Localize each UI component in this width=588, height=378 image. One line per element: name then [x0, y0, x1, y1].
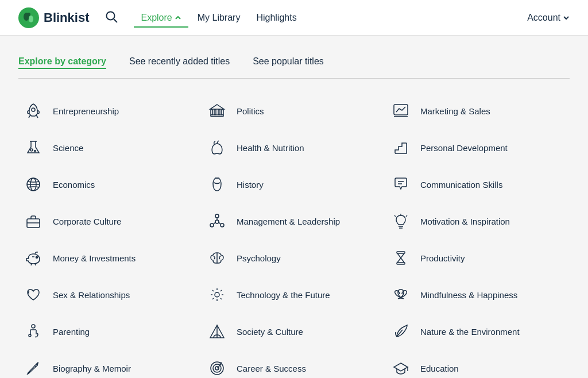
- svg-point-44: [215, 292, 219, 297]
- nav-highlights[interactable]: Highlights: [249, 8, 303, 28]
- search-icon: [105, 10, 118, 23]
- category-label: Economics: [53, 180, 95, 190]
- category-item-personal-development[interactable]: Personal Development: [386, 129, 570, 166]
- category-item-career---success[interactable]: Career & Success: [202, 350, 386, 378]
- globe-icon: [23, 174, 44, 195]
- category-label: Education: [420, 364, 459, 373]
- explore-chevron-icon: [175, 14, 181, 21]
- svg-point-27: [210, 223, 214, 227]
- category-item-marketing---sales[interactable]: Marketing & Sales: [386, 92, 570, 129]
- category-item-health---nutrition[interactable]: Health & Nutrition: [202, 129, 386, 166]
- svg-rect-42: [397, 252, 405, 253]
- svg-rect-11: [222, 110, 223, 115]
- category-item-communication-skills[interactable]: Communication Skills: [386, 166, 570, 203]
- category-item-technology---the-future[interactable]: Technology & the Future: [202, 276, 386, 313]
- rocket-icon: [23, 101, 44, 121]
- category-item-politics[interactable]: Politics: [202, 92, 386, 129]
- category-label: Productivity: [420, 253, 465, 263]
- tab-divider: [18, 78, 570, 79]
- vase-icon: [207, 174, 227, 195]
- tab-recently-added[interactable]: See recently added titles: [129, 54, 230, 69]
- svg-line-40: [35, 264, 36, 265]
- svg-line-36: [394, 215, 396, 217]
- category-item-economics[interactable]: Economics: [18, 166, 202, 203]
- category-label: Science: [53, 143, 83, 153]
- svg-point-28: [220, 223, 224, 227]
- brain-icon: [207, 248, 227, 268]
- header-right: Account: [527, 13, 570, 23]
- category-item-corporate-culture[interactable]: Corporate Culture: [18, 203, 202, 240]
- network-icon: [207, 211, 227, 232]
- logo-text: Blinkist: [44, 10, 89, 25]
- category-label: Communication Skills: [420, 180, 502, 190]
- category-item-education[interactable]: Education: [386, 350, 570, 378]
- svg-point-2: [29, 16, 33, 22]
- briefcase-icon: [23, 211, 44, 232]
- blinkist-logo-icon: [18, 7, 39, 28]
- hourglass-icon: [390, 248, 411, 268]
- category-label: Biography & Memoir: [53, 364, 131, 373]
- category-label: Psychology: [237, 253, 281, 263]
- category-item-biography---memoir[interactable]: Biography & Memoir: [18, 350, 202, 378]
- header: Blinkist Explore My Library Highlights A…: [0, 0, 588, 36]
- category-label: Nature & the Environment: [420, 327, 520, 337]
- category-item-sex---relationships[interactable]: Sex & Relationships: [18, 276, 202, 313]
- category-item-nature---the-environment[interactable]: Nature & the Environment: [386, 313, 570, 350]
- category-label: Personal Development: [420, 143, 508, 153]
- speech-icon: [390, 174, 411, 195]
- svg-point-29: [215, 220, 219, 223]
- category-item-parenting[interactable]: Parenting: [18, 313, 202, 350]
- svg-point-16: [30, 149, 33, 151]
- category-item-psychology[interactable]: Psychology: [202, 240, 386, 276]
- category-item-entrepreneurship[interactable]: Entrepreneurship: [18, 92, 202, 129]
- svg-line-49: [212, 290, 214, 291]
- category-label: Money & Investments: [53, 253, 136, 263]
- category-label: Entrepreneurship: [53, 106, 119, 116]
- category-grid: Entrepreneurship Politics Marketing & Sa…: [18, 92, 570, 378]
- chart-line-icon: [390, 101, 411, 121]
- category-item-history[interactable]: History: [202, 166, 386, 203]
- main-nav: Explore My Library Highlights: [134, 8, 303, 28]
- category-item-society---culture[interactable]: Society & Culture: [202, 313, 386, 350]
- tech-icon: [207, 284, 227, 305]
- science-icon: [23, 137, 44, 158]
- nav-my-library[interactable]: My Library: [191, 8, 247, 28]
- bank-icon: [207, 101, 227, 121]
- svg-line-37: [406, 215, 407, 217]
- header-left: Blinkist Explore My Library Highlights: [18, 7, 304, 28]
- search-button[interactable]: [103, 8, 120, 27]
- tab-popular-titles[interactable]: See popular titles: [253, 54, 324, 69]
- category-label: Marketing & Sales: [420, 106, 490, 116]
- svg-rect-10: [218, 110, 220, 115]
- svg-point-4: [107, 12, 115, 20]
- svg-rect-43: [397, 263, 405, 264]
- svg-point-3: [27, 13, 30, 16]
- category-item-management---leadership[interactable]: Management & Leadership: [202, 203, 386, 240]
- lotus-icon: [390, 284, 411, 305]
- category-item-science[interactable]: Science: [18, 129, 202, 166]
- stairs-icon: [390, 137, 411, 158]
- svg-point-53: [32, 325, 35, 328]
- category-tabs: Explore by category See recently added t…: [18, 54, 570, 69]
- nav-explore[interactable]: Explore: [134, 8, 188, 28]
- leaf-icon: [390, 321, 411, 342]
- svg-marker-12: [210, 105, 224, 109]
- category-label: History: [237, 180, 264, 190]
- category-item-money---investments[interactable]: Money & Investments: [18, 240, 202, 276]
- graduation-icon: [390, 358, 411, 378]
- category-item-productivity[interactable]: Productivity: [386, 240, 570, 276]
- svg-rect-9: [214, 110, 216, 115]
- svg-point-38: [36, 257, 38, 259]
- pen-icon: [23, 358, 44, 378]
- category-label: Technology & the Future: [237, 290, 330, 300]
- svg-marker-66: [394, 363, 408, 371]
- category-item-motivation---inspiration[interactable]: Motivation & Inspiration: [386, 203, 570, 240]
- logo[interactable]: Blinkist: [18, 7, 89, 28]
- category-item-mindfulness---happiness[interactable]: Mindfulness & Happiness: [386, 276, 570, 313]
- svg-line-51: [220, 290, 222, 291]
- account-button[interactable]: Account: [527, 13, 570, 23]
- svg-line-39: [31, 264, 32, 265]
- tab-explore-by-category[interactable]: Explore by category: [18, 54, 106, 69]
- category-label: Corporate Culture: [53, 217, 121, 226]
- svg-point-26: [215, 214, 219, 218]
